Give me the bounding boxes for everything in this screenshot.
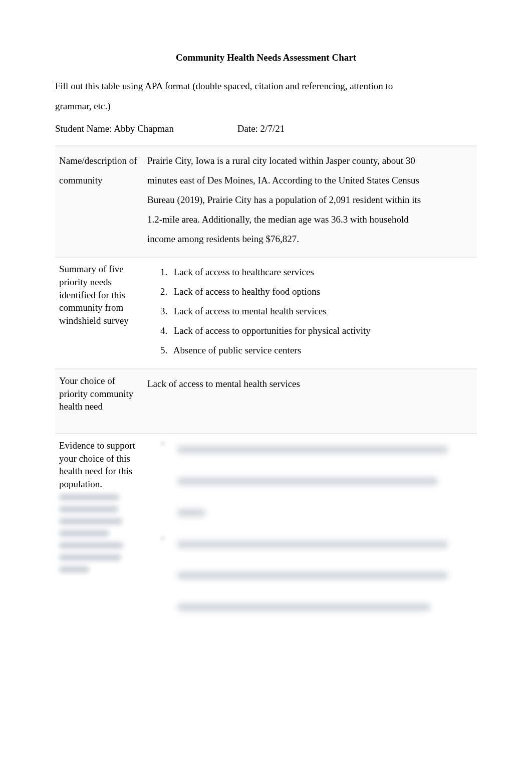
meta-row: Student Name: Abby Chapman Date: 2/7/21 — [55, 119, 477, 138]
row-label-evidence: Evidence to support your choice of this … — [55, 434, 143, 628]
row-label-choice: Your choice of priority community health… — [55, 369, 143, 434]
evidence-label-text: Evidence to support your choice of this … — [59, 440, 135, 489]
list-item: 5. Absence of public service centers — [160, 341, 473, 360]
row-label-community: Name/description of community — [55, 146, 143, 258]
page-title: Community Health Needs Assessment Chart — [55, 48, 477, 67]
student-name-label: Student Name: — [55, 123, 112, 134]
blurred-line — [147, 502, 473, 522]
list-item: 3. Lack of access to mental health servi… — [160, 302, 473, 321]
blurred-bullet — [147, 534, 473, 553]
list-text: Lack of access to healthcare services — [174, 267, 314, 277]
list-text: Lack of access to opportunities for phys… — [174, 325, 371, 336]
row-value-evidence — [143, 434, 477, 628]
student-name-value: Abby Chapman — [114, 123, 174, 134]
list-item: 2. Lack of access to healthy food option… — [160, 282, 473, 302]
table-row: Summary of five priority needs identifie… — [55, 257, 477, 369]
community-p4: 1.2-mile area. Additionally, the median … — [147, 210, 473, 230]
list-item: 1. Lack of access to healthcare services — [160, 263, 473, 282]
row-value-choice: Lack of access to mental health services — [143, 369, 477, 434]
list-number: 2. — [160, 282, 171, 302]
blurred-line — [147, 565, 473, 585]
list-text: Absence of public service centers — [173, 345, 301, 355]
list-number: 5. — [160, 341, 171, 360]
community-p1: Prairie City, Iowa is a rural city locat… — [147, 151, 473, 171]
assessment-table: Name/description of community Prairie Ci… — [55, 145, 477, 628]
bullet-icon — [161, 537, 164, 540]
list-text: Lack of access to mental health services — [174, 306, 327, 316]
date-label: Date: — [237, 123, 258, 134]
intro-text: Fill out this table using APA format (do… — [55, 76, 477, 116]
list-number: 3. — [160, 302, 171, 321]
table-row: Your choice of priority community health… — [55, 369, 477, 434]
row-value-summary: 1. Lack of access to healthcare services… — [143, 257, 477, 369]
list-number: 1. — [160, 263, 171, 282]
list-number: 4. — [160, 321, 171, 341]
community-p3: Bureau (2019), Prairie City has a popula… — [147, 190, 473, 210]
row-value-community: Prairie City, Iowa is a rural city locat… — [143, 146, 477, 258]
date-value: 2/7/21 — [260, 123, 285, 134]
blurred-line — [147, 597, 473, 617]
intro-line-1: Fill out this table using APA format (do… — [55, 81, 393, 91]
bullet-icon — [161, 442, 164, 445]
row-label-summary: Summary of five priority needs identifie… — [55, 257, 143, 369]
blurred-line — [147, 471, 473, 490]
list-item: 4. Lack of access to opportunities for p… — [160, 321, 473, 341]
community-p2: minutes east of Des Moines, IA. Accordin… — [147, 171, 473, 190]
table-row: Evidence to support your choice of this … — [55, 434, 477, 628]
community-p5: income among residents being $76,827. — [147, 230, 473, 249]
table-row: Name/description of community Prairie Ci… — [55, 146, 477, 258]
intro-line-2: grammar, etc.) — [55, 101, 111, 111]
list-text: Lack of access to healthy food options — [174, 286, 320, 297]
priority-list: 1. Lack of access to healthcare services… — [147, 263, 473, 360]
blurred-bullet — [147, 439, 473, 459]
blurred-label-hint — [59, 494, 139, 573]
